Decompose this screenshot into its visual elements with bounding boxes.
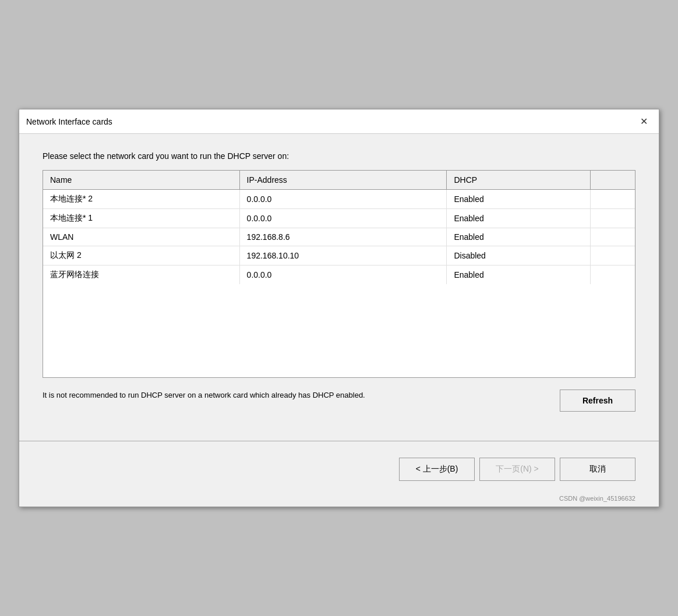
cell-name: 本地连接* 1 — [43, 209, 239, 228]
footer-divider — [19, 441, 659, 441]
cell-dhcp: Enabled — [447, 190, 591, 209]
cell-name: 本地连接* 2 — [43, 190, 239, 209]
cell-dhcp: Enabled — [447, 265, 591, 285]
cell-name: 蓝牙网络连接 — [43, 265, 239, 285]
warning-text: It is not recommended to run DHCP server… — [43, 390, 365, 401]
table-body: 本地连接* 20.0.0.0Enabled本地连接* 10.0.0.0Enabl… — [43, 190, 635, 285]
dialog-body: Please select the network card you want … — [19, 134, 659, 435]
cell-ip: 0.0.0.0 — [239, 190, 447, 209]
cell-name: WLAN — [43, 228, 239, 246]
title-bar: Network Interface cards ✕ — [19, 109, 659, 134]
col-header-ip: IP-Address — [239, 171, 447, 190]
cell-ip: 192.168.10.10 — [239, 246, 447, 265]
col-header-extra — [591, 171, 635, 190]
cell-extra — [591, 265, 635, 285]
table-row[interactable]: 本地连接* 20.0.0.0Enabled — [43, 190, 635, 209]
watermark: CSDN @weixin_45196632 — [19, 493, 659, 507]
bottom-section: It is not recommended to run DHCP server… — [43, 390, 635, 412]
instruction-text: Please select the network card you want … — [43, 151, 635, 161]
cell-dhcp: Enabled — [447, 209, 591, 228]
cell-ip: 0.0.0.0 — [239, 265, 447, 285]
table-row[interactable]: 本地连接* 10.0.0.0Enabled — [43, 209, 635, 228]
cell-extra — [591, 228, 635, 246]
col-header-dhcp: DHCP — [447, 171, 591, 190]
table-row[interactable]: WLAN192.168.8.6Enabled — [43, 228, 635, 246]
table-header-row: Name IP-Address DHCP — [43, 171, 635, 190]
cancel-button[interactable]: 取消 — [560, 458, 635, 481]
cell-ip: 0.0.0.0 — [239, 209, 447, 228]
table-row[interactable]: 蓝牙网络连接0.0.0.0Enabled — [43, 265, 635, 285]
network-table: Name IP-Address DHCP 本地连接* 20.0.0.0Enabl… — [43, 171, 635, 284]
dialog-window: Network Interface cards ✕ Please select … — [19, 109, 659, 507]
footer: < 上一步(B) 下一页(N) > 取消 — [19, 451, 659, 493]
refresh-button[interactable]: Refresh — [560, 390, 635, 412]
cell-extra — [591, 190, 635, 209]
cell-extra — [591, 246, 635, 265]
close-button[interactable]: ✕ — [635, 114, 652, 130]
cell-dhcp: Enabled — [447, 228, 591, 246]
dialog-title: Network Interface cards — [26, 117, 112, 126]
table-row[interactable]: 以太网 2192.168.10.10Disabled — [43, 246, 635, 265]
cell-extra — [591, 209, 635, 228]
cell-dhcp: Disabled — [447, 246, 591, 265]
network-table-container: Name IP-Address DHCP 本地连接* 20.0.0.0Enabl… — [43, 170, 635, 378]
table-empty-area — [43, 284, 635, 377]
cell-ip: 192.168.8.6 — [239, 228, 447, 246]
back-button[interactable]: < 上一步(B) — [399, 458, 475, 481]
col-header-name: Name — [43, 171, 239, 190]
next-button[interactable]: 下一页(N) > — [479, 458, 555, 481]
cell-name: 以太网 2 — [43, 246, 239, 265]
